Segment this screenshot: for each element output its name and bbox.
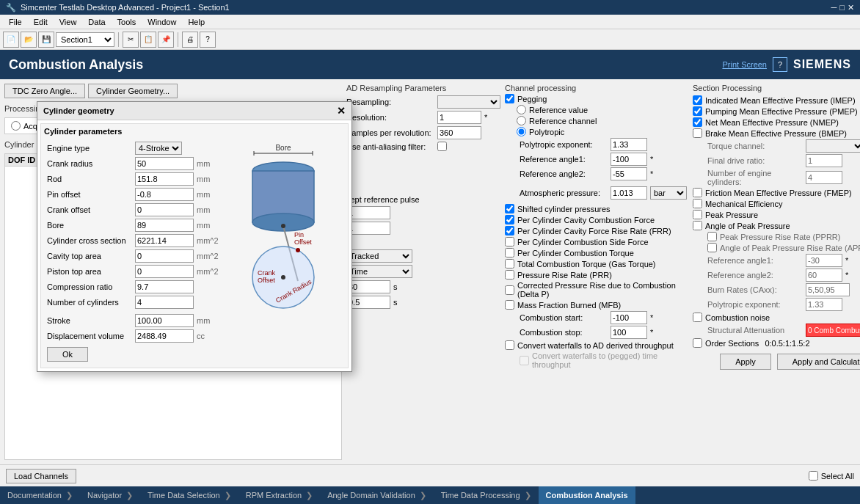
fmep-checkbox[interactable]: [693, 188, 702, 197]
save-btn[interactable]: 💾: [38, 32, 54, 48]
pegging-checkbox[interactable]: [505, 94, 514, 103]
tab-combustion-analysis[interactable]: Combustion Analysis: [539, 486, 635, 504]
mfb-checkbox[interactable]: [505, 300, 514, 310]
menu-view[interactable]: View: [54, 16, 83, 28]
tab-angle-domain-validation[interactable]: Angle Domain Validation: [320, 486, 434, 504]
menu-window[interactable]: Window: [142, 16, 182, 28]
close-btn[interactable]: ✕: [848, 3, 854, 12]
per-cyl-cavity-force-checkbox[interactable]: [505, 215, 514, 224]
tab-rpm-extraction[interactable]: RPM Extraction: [238, 486, 320, 504]
apply-calc-btn[interactable]: Apply and Calculate: [777, 354, 860, 370]
bore-input[interactable]: [135, 219, 194, 232]
section-select[interactable]: Section1: [56, 32, 114, 47]
anti-aliasing-checkbox[interactable]: [437, 142, 447, 151]
atm-press-unit-select[interactable]: bar: [650, 186, 687, 200]
per-cyl-side-checkbox[interactable]: [505, 237, 514, 246]
crank-radius-input[interactable]: [135, 157, 194, 170]
print-screen-link[interactable]: Print Screen: [722, 60, 767, 69]
stroke-input[interactable]: [135, 314, 194, 327]
ok-btn[interactable]: Ok: [47, 347, 88, 362]
final-drive-input[interactable]: [806, 154, 842, 167]
num-eng-cyl-input[interactable]: [806, 171, 842, 184]
acquisition-radio[interactable]: [11, 121, 21, 131]
menu-file[interactable]: File: [3, 16, 28, 28]
tab-time-data-selection[interactable]: Time Data Selection: [140, 486, 238, 504]
sec-polytropic-exp-input[interactable]: [806, 298, 842, 311]
tab-time-data-processing[interactable]: Time Data Processing: [434, 486, 539, 504]
burn-rates-input[interactable]: [806, 283, 850, 296]
select-all-checkbox[interactable]: [809, 471, 818, 481]
minimize-btn[interactable]: ─: [831, 3, 837, 12]
apply-btn[interactable]: Apply: [720, 354, 771, 370]
num-cylinders-input[interactable]: [135, 296, 194, 309]
sec-ref-angle2-input[interactable]: [806, 269, 842, 282]
val30-input[interactable]: [346, 280, 390, 293]
convert-waterfalls-time-checkbox[interactable]: [520, 356, 529, 365]
order-sections-checkbox[interactable]: [693, 338, 702, 348]
aprr-checkbox[interactable]: [707, 243, 717, 252]
ref-channel-radio[interactable]: [517, 116, 526, 125]
corrected-pressure-checkbox[interactable]: [505, 285, 514, 295]
polytropic-exp-input[interactable]: [611, 138, 647, 151]
ref-value-radio[interactable]: [517, 105, 526, 114]
new-btn[interactable]: 📄: [3, 32, 19, 48]
cut-btn[interactable]: ✂: [123, 32, 139, 48]
mech-eff-checkbox[interactable]: [693, 199, 702, 208]
val05-input[interactable]: [346, 296, 390, 309]
convert-waterfalls-checkbox[interactable]: [505, 340, 514, 350]
compression-ratio-input[interactable]: [135, 280, 194, 293]
tdc-zero-angle-btn[interactable]: TDC Zero Angle...: [4, 84, 85, 98]
crank-offset-input[interactable]: [135, 203, 194, 216]
shifted-cyl-checkbox[interactable]: [505, 204, 514, 213]
menu-data[interactable]: Data: [82, 16, 111, 28]
displacement-vol-input[interactable]: [135, 329, 194, 343]
ref-pulse-val1-input[interactable]: [346, 206, 390, 219]
menu-edit[interactable]: Edit: [28, 16, 54, 28]
pmep-checkbox[interactable]: [693, 106, 702, 116]
time-select[interactable]: Time: [346, 265, 412, 278]
dialog-close-btn[interactable]: ✕: [337, 105, 346, 117]
ref-angle1-input[interactable]: [611, 153, 647, 166]
cavity-top-area-input[interactable]: [135, 249, 194, 263]
cylinder-geometry-btn[interactable]: Cylinder Geometry...: [88, 84, 178, 98]
imep-checkbox[interactable]: [693, 95, 702, 105]
pin-offset-input[interactable]: [135, 188, 194, 201]
menu-tools[interactable]: Tools: [112, 16, 142, 28]
maximize-btn[interactable]: □: [839, 3, 845, 12]
peak-pressure-checkbox[interactable]: [693, 210, 702, 219]
resampling-select[interactable]: [437, 95, 500, 109]
print-btn[interactable]: 🖨: [182, 32, 198, 48]
pprr-checkbox[interactable]: [707, 232, 717, 241]
samples-per-rev-input[interactable]: [437, 126, 481, 139]
comb-start-input[interactable]: [611, 311, 647, 324]
copy-btn[interactable]: 📋: [140, 32, 156, 48]
tab-navigator[interactable]: Navigator: [80, 486, 140, 504]
cyl-cross-section-input[interactable]: [135, 234, 194, 247]
atm-press-input[interactable]: [611, 186, 647, 200]
total-comb-torque-checkbox[interactable]: [505, 259, 514, 269]
bmep-checkbox[interactable]: [693, 128, 702, 138]
resolution-input[interactable]: [437, 111, 481, 124]
sec-ref-angle1-input[interactable]: [806, 254, 842, 267]
menu-help[interactable]: Help: [182, 16, 211, 28]
tab-documentation[interactable]: Documentation: [0, 486, 80, 504]
per-cyl-force-rise-checkbox[interactable]: [505, 226, 514, 235]
pressure-rise-checkbox[interactable]: [505, 270, 514, 280]
piston-top-area-input[interactable]: [135, 265, 194, 278]
angle-of-peak-checkbox[interactable]: [693, 221, 702, 230]
ref-angle2-input[interactable]: [611, 167, 647, 180]
comb-noise-checkbox[interactable]: [693, 313, 702, 322]
paste-btn[interactable]: 📌: [158, 32, 174, 48]
polytropic-radio[interactable]: [517, 127, 526, 136]
struct-atten-input[interactable]: [806, 324, 860, 337]
torque-channel-select[interactable]: [806, 139, 860, 153]
engine-type-select[interactable]: 4-Stroke: [135, 142, 182, 155]
per-cyl-torque-checkbox[interactable]: [505, 248, 514, 258]
load-channels-btn[interactable]: Load Channels: [6, 469, 76, 483]
help-tool-btn[interactable]: ?: [200, 32, 216, 48]
ref-pulse-val2-input[interactable]: [346, 222, 390, 235]
comb-stop-input[interactable]: [611, 326, 647, 339]
help-btn[interactable]: ?: [773, 57, 787, 72]
tracked-select[interactable]: Tracked: [346, 249, 412, 263]
rod-input[interactable]: [135, 172, 194, 186]
